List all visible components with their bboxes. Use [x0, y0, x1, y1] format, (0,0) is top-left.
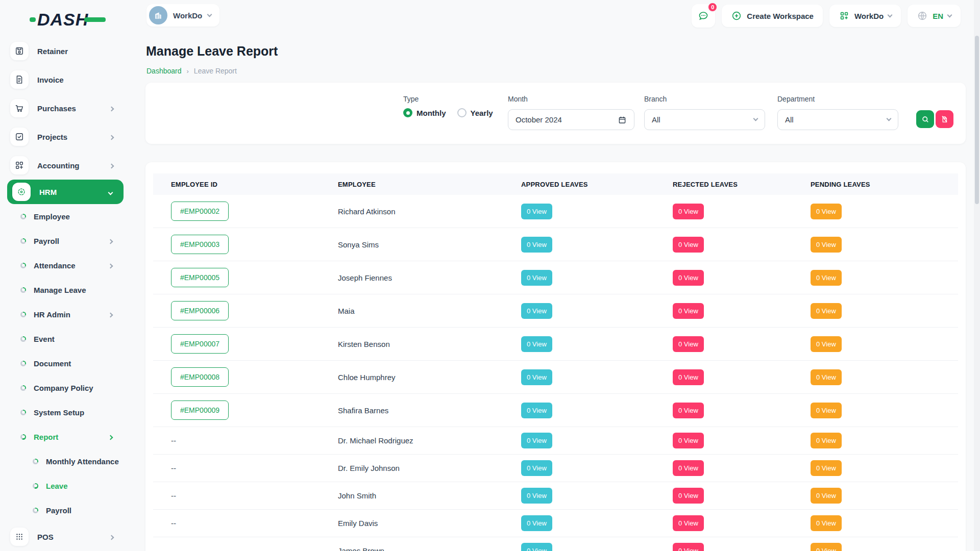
- sidebar-item-pos[interactable]: POS: [0, 522, 133, 551]
- sidebar-item-manage-leave[interactable]: Manage Leave: [0, 278, 133, 302]
- approved-view-badge[interactable]: 0 View: [521, 336, 552, 352]
- employee-id[interactable]: #EMP00003: [171, 235, 229, 254]
- sidebar-item-payroll[interactable]: Payroll: [0, 229, 133, 253]
- sidebar-item-report[interactable]: Report: [0, 424, 133, 449]
- create-workspace-button[interactable]: Create Workspace: [722, 5, 823, 27]
- sidebar-item-accounting[interactable]: Accounting: [0, 151, 133, 180]
- approved-view-badge[interactable]: 0 View: [521, 515, 552, 531]
- sidebar-item-event[interactable]: Event: [0, 327, 133, 351]
- sidebar-item-retainer[interactable]: Retainer: [0, 37, 133, 65]
- logo-accent-dot: [30, 17, 36, 22]
- table-row: #EMP00008 Chloe Humphrey 0 View 0 View 0…: [153, 361, 958, 394]
- chevron-right-icon: [110, 104, 113, 113]
- pending-view-badge[interactable]: 0 View: [811, 369, 842, 385]
- sidebar-item-monthly-attendance[interactable]: Monthly Attendance: [0, 449, 133, 473]
- approved-view-badge[interactable]: 0 View: [521, 543, 552, 551]
- employee-name: Dr. Michael Rodriguez: [338, 436, 413, 445]
- approved-view-badge[interactable]: 0 View: [521, 369, 552, 385]
- approved-view-badge[interactable]: 0 View: [521, 460, 552, 476]
- approved-view-badge[interactable]: 0 View: [521, 237, 552, 253]
- rejected-view-badge[interactable]: 0 View: [673, 303, 704, 319]
- sidebar-item-document[interactable]: Document: [0, 351, 133, 375]
- pending-view-badge[interactable]: 0 View: [811, 403, 842, 418]
- rejected-view-badge[interactable]: 0 View: [673, 488, 704, 504]
- approved-view-badge[interactable]: 0 View: [521, 403, 552, 418]
- scrollbar-thumb[interactable]: [975, 36, 979, 204]
- rejected-view-badge[interactable]: 0 View: [673, 543, 704, 551]
- sidebar-item-payroll[interactable]: Payroll: [0, 498, 133, 522]
- rejected-view-badge[interactable]: 0 View: [673, 433, 704, 448]
- building-icon: [153, 10, 163, 20]
- pending-view-badge[interactable]: 0 View: [811, 433, 842, 448]
- rejected-view-badge[interactable]: 0 View: [673, 204, 704, 219]
- radio-yearly[interactable]: Yearly: [457, 108, 493, 117]
- sidebar-item-leave[interactable]: Leave: [0, 473, 133, 498]
- sidebar-item-label: POS: [37, 533, 54, 541]
- branch-label: Branch: [644, 95, 667, 103]
- sidebar-item-system-setup[interactable]: System Setup: [0, 400, 133, 424]
- sidebar-item-label: Employee: [34, 212, 70, 221]
- approved-view-badge[interactable]: 0 View: [521, 433, 552, 448]
- language-label: EN: [933, 12, 943, 20]
- sidebar-item-label: Manage Leave: [34, 286, 86, 294]
- employee-id[interactable]: #EMP00008: [171, 367, 229, 387]
- pending-view-badge[interactable]: 0 View: [811, 270, 842, 286]
- sidebar-item-projects[interactable]: Projects: [0, 122, 133, 151]
- month-input[interactable]: October 2024: [508, 109, 634, 130]
- workspace-selector[interactable]: WorkDo: [146, 4, 219, 27]
- approved-view-badge[interactable]: 0 View: [521, 204, 552, 219]
- pending-view-badge[interactable]: 0 View: [811, 204, 842, 219]
- rejected-view-badge[interactable]: 0 View: [673, 369, 704, 385]
- pending-view-badge[interactable]: 0 View: [811, 543, 842, 551]
- workdo-menu-button[interactable]: WorkDo: [829, 5, 901, 27]
- department-select[interactable]: All: [777, 109, 898, 130]
- employee-id[interactable]: #EMP00002: [171, 202, 229, 221]
- search-button[interactable]: [916, 110, 934, 128]
- sidebar-item-hrm[interactable]: HRM: [7, 180, 124, 204]
- pending-view-badge[interactable]: 0 View: [811, 488, 842, 504]
- chevron-down-icon: [109, 187, 112, 196]
- language-selector[interactable]: EN: [908, 5, 961, 27]
- branch-select[interactable]: All: [644, 109, 765, 130]
- employee-id[interactable]: #EMP00009: [171, 400, 229, 420]
- month-value: October 2024: [516, 115, 562, 124]
- employee-id[interactable]: #EMP00007: [171, 334, 229, 354]
- rejected-view-badge[interactable]: 0 View: [673, 270, 704, 286]
- pending-view-badge[interactable]: 0 View: [811, 515, 842, 531]
- sidebar-item-attendance[interactable]: Attendance: [0, 253, 133, 278]
- page-scrollbar[interactable]: [974, 0, 980, 551]
- approved-view-badge[interactable]: 0 View: [521, 488, 552, 504]
- breadcrumb-dashboard-link[interactable]: Dashboard: [146, 67, 182, 75]
- rejected-view-badge[interactable]: 0 View: [673, 336, 704, 352]
- employee-id: --: [171, 519, 176, 528]
- dash-logo[interactable]: DASH: [30, 8, 106, 31]
- rejected-view-badge[interactable]: 0 View: [673, 515, 704, 531]
- sidebar-item-purchases[interactable]: Purchases: [0, 94, 133, 122]
- pending-view-badge[interactable]: 0 View: [811, 336, 842, 352]
- radio-monthly[interactable]: Monthly: [403, 108, 446, 117]
- pending-view-badge[interactable]: 0 View: [811, 303, 842, 319]
- employee-id[interactable]: #EMP00006: [171, 301, 229, 320]
- sidebar-item-invoice[interactable]: Invoice: [0, 65, 133, 94]
- sidebar-item-company-policy[interactable]: Company Policy: [0, 375, 133, 400]
- messenger-button[interactable]: 0: [692, 4, 715, 28]
- rejected-view-badge[interactable]: 0 View: [673, 403, 704, 418]
- reset-filter-button[interactable]: [936, 110, 953, 128]
- sidebar-item-employee[interactable]: Employee: [0, 204, 133, 229]
- sidebar-item-label: Accounting: [37, 161, 80, 170]
- employee-id: --: [171, 491, 176, 500]
- employee-id[interactable]: #EMP00005: [171, 268, 229, 287]
- sidebar-item-hr-admin[interactable]: HR Admin: [0, 302, 133, 327]
- department-label: Department: [777, 95, 815, 103]
- pending-view-badge[interactable]: 0 View: [811, 460, 842, 476]
- sidebar-item-label: Event: [34, 335, 55, 343]
- radio-unselected-icon: [457, 108, 467, 117]
- employee-name: John Smith: [338, 491, 376, 500]
- bullet-icon: [20, 214, 26, 219]
- file-off-icon: [940, 115, 949, 123]
- rejected-view-badge[interactable]: 0 View: [673, 237, 704, 253]
- rejected-view-badge[interactable]: 0 View: [673, 460, 704, 476]
- pending-view-badge[interactable]: 0 View: [811, 237, 842, 253]
- approved-view-badge[interactable]: 0 View: [521, 270, 552, 286]
- approved-view-badge[interactable]: 0 View: [521, 303, 552, 319]
